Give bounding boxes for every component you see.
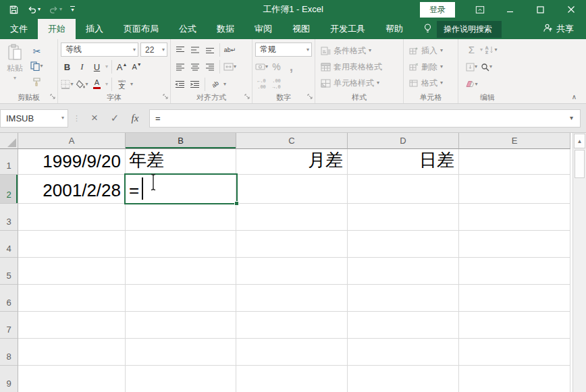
sign-in-button[interactable]: 登录 <box>420 2 455 18</box>
col-header-C[interactable]: C <box>236 133 348 149</box>
underline-button[interactable]: U <box>90 60 103 74</box>
ribbon-display-options-icon[interactable] <box>464 0 495 19</box>
cell-B8[interactable] <box>126 339 236 366</box>
cell-A9[interactable] <box>18 366 126 392</box>
cut-icon[interactable]: ✂ <box>30 44 43 58</box>
save-icon[interactable] <box>7 3 21 16</box>
cell-A5[interactable] <box>18 258 126 285</box>
scrollbar-thumb[interactable] <box>575 150 585 178</box>
cell-A3[interactable] <box>18 204 126 231</box>
vertical-scrollbar[interactable]: ▲ <box>572 133 586 392</box>
col-header-D[interactable]: D <box>348 133 459 149</box>
row-header-2[interactable]: 2 <box>0 175 18 204</box>
cell-B1[interactable]: 年差 <box>126 149 236 175</box>
cell-D2[interactable] <box>348 175 459 204</box>
align-right-icon[interactable] <box>203 60 216 74</box>
cell-E2[interactable] <box>459 175 570 204</box>
clear-icon[interactable]: ▾ <box>465 77 478 91</box>
row-header-1[interactable]: 1 <box>0 149 18 175</box>
row-header-5[interactable]: 5 <box>0 258 18 285</box>
cell-A7[interactable] <box>18 312 126 339</box>
cell-A8[interactable] <box>18 339 126 366</box>
expand-formula-bar-icon[interactable]: ▾ <box>570 115 573 121</box>
clipboard-dialog-launcher-icon[interactable] <box>50 90 55 102</box>
cell-B3[interactable] <box>126 204 236 231</box>
undo-icon[interactable]: ▾ <box>25 3 43 16</box>
cell-D4[interactable] <box>348 231 459 258</box>
confirm-entry-icon[interactable]: ✓ <box>105 112 125 124</box>
fill-color-icon[interactable]: ▾ <box>76 77 88 91</box>
cell-D6[interactable] <box>348 285 459 312</box>
tab-insert[interactable]: 插入 <box>76 19 113 39</box>
grow-font-button[interactable]: A▲ <box>115 60 128 74</box>
formula-input[interactable]: = ▾ <box>149 109 581 128</box>
tab-file[interactable]: 文件 <box>0 19 38 39</box>
tab-formulas[interactable]: 公式 <box>169 19 207 39</box>
select-all-corner[interactable] <box>0 133 18 149</box>
cell-E3[interactable] <box>459 204 570 231</box>
share-button[interactable]: 共享 <box>531 19 586 39</box>
find-select-icon[interactable]: ▾ <box>480 60 493 74</box>
scroll-up-icon[interactable]: ▲ <box>574 134 585 148</box>
cell-E1[interactable] <box>459 149 570 175</box>
minimize-icon[interactable] <box>495 0 525 19</box>
name-box[interactable]: IMSUB ▾ <box>0 109 68 128</box>
col-header-B[interactable]: B <box>126 133 236 149</box>
cell-B9[interactable] <box>126 366 236 392</box>
decrease-indent-icon[interactable] <box>174 77 186 91</box>
orientation-icon[interactable]: ab <box>206 74 225 93</box>
tab-help[interactable]: 帮助 <box>375 19 413 39</box>
cell-D9[interactable] <box>348 366 459 392</box>
cell-A6[interactable] <box>18 285 126 312</box>
cell-D3[interactable] <box>348 204 459 231</box>
cell-E8[interactable] <box>459 339 570 366</box>
row-header-3[interactable]: 3 <box>0 204 18 231</box>
underline-dropdown-icon[interactable]: ▾ <box>105 64 108 69</box>
copy-icon[interactable]: ▾ <box>30 59 43 74</box>
col-header-E[interactable]: E <box>459 133 570 149</box>
tab-developer[interactable]: 开发工具 <box>320 19 375 39</box>
align-bottom-icon[interactable] <box>203 43 216 57</box>
cell-C4[interactable] <box>236 231 348 258</box>
cell-C8[interactable] <box>236 339 348 366</box>
tab-data[interactable]: 数据 <box>207 19 244 39</box>
undo-dropdown-icon[interactable]: ▾ <box>38 7 41 12</box>
close-icon[interactable] <box>556 0 586 19</box>
cell-B6[interactable] <box>126 285 236 312</box>
cell-C6[interactable] <box>236 285 348 312</box>
tab-review[interactable]: 审阅 <box>244 19 282 39</box>
cell-D8[interactable] <box>348 339 459 366</box>
cell-D5[interactable] <box>348 258 459 285</box>
alignment-dialog-launcher-icon[interactable] <box>244 90 250 102</box>
row-header-6[interactable]: 6 <box>0 285 18 312</box>
number-dialog-launcher-icon[interactable] <box>307 90 313 102</box>
row-header-9[interactable]: 9 <box>0 366 18 392</box>
tab-page-layout[interactable]: 页面布局 <box>113 19 169 39</box>
cell-C7[interactable] <box>236 312 348 339</box>
italic-button[interactable]: I <box>76 60 88 74</box>
cell-B7[interactable] <box>126 312 236 339</box>
cell-C2[interactable] <box>236 175 348 204</box>
row-header-7[interactable]: 7 <box>0 312 18 339</box>
number-format-select[interactable]: 常规▾ <box>255 43 312 57</box>
insert-function-icon[interactable]: fx <box>125 113 145 124</box>
row-header-8[interactable]: 8 <box>0 339 18 366</box>
increase-indent-icon[interactable] <box>188 77 201 91</box>
cell-E7[interactable] <box>459 312 570 339</box>
cell-E4[interactable] <box>459 231 570 258</box>
cell-C5[interactable] <box>236 258 348 285</box>
cell-E9[interactable] <box>459 366 570 392</box>
shrink-font-button[interactable]: A▼ <box>130 60 143 74</box>
align-left-icon[interactable] <box>174 60 186 74</box>
cell-A2[interactable]: 2001/2/28 <box>18 175 126 204</box>
cell-D7[interactable] <box>348 312 459 339</box>
name-box-dropdown-icon[interactable]: ▾ <box>61 115 64 121</box>
cell-E6[interactable] <box>459 285 570 312</box>
align-top-icon[interactable] <box>174 43 186 57</box>
maximize-icon[interactable] <box>525 0 556 19</box>
tab-home[interactable]: 开始 <box>38 19 76 39</box>
font-dialog-launcher-icon[interactable] <box>163 90 168 102</box>
tab-view[interactable]: 视图 <box>282 19 320 39</box>
align-middle-icon[interactable] <box>188 43 201 57</box>
font-name-select[interactable]: 等线▾ <box>61 43 138 57</box>
